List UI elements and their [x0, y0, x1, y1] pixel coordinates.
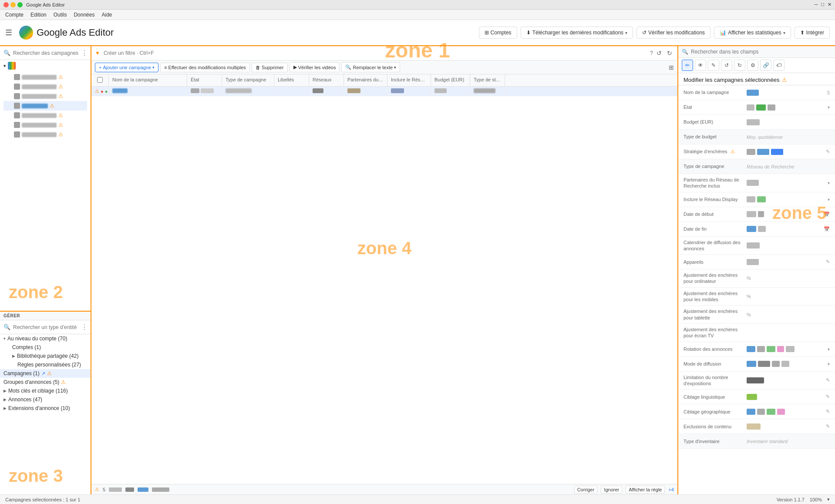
redo-right-button[interactable]: ↻ [734, 60, 745, 71]
statistiques-button[interactable]: 📊 Afficher les statistiques ▾ [714, 27, 791, 39]
th-nom-campagne[interactable]: Nom de la campagne [109, 74, 187, 86]
more-icon-3[interactable]: ⋮ [81, 323, 88, 331]
zoom-dropdown-icon[interactable]: ▾ [827, 497, 830, 502]
mode-chip2 [758, 361, 770, 367]
edit-mode-button[interactable]: ✏ [682, 60, 693, 71]
table-row[interactable]: ⚠ ● ● [91, 87, 677, 96]
minimize-button[interactable] [10, 2, 16, 7]
menu-aide[interactable]: Aide [98, 11, 115, 19]
date-fin-calendar-icon[interactable]: 📅 [824, 226, 830, 232]
modifications-multiples-button[interactable]: ≡ Effectuer des modifications multiples [160, 63, 250, 72]
field-budget: Budget (EUR) [678, 115, 835, 130]
mode-dropdown-icon[interactable]: ▾ [828, 362, 830, 366]
tree-item-5[interactable]: ⚠ [3, 111, 87, 120]
select-all-checkbox[interactable] [97, 77, 103, 83]
filter-bar: ▼ ? ↺ ↻ [91, 46, 677, 60]
entity-account-level[interactable]: ▾ Au niveau du compte (70) [0, 334, 91, 343]
menu-donnees[interactable]: Données [70, 11, 98, 19]
logo-icon [19, 26, 33, 40]
entity-comptes[interactable]: Comptes (1) [0, 343, 91, 352]
tree-item-1[interactable]: ⚠ [3, 72, 87, 82]
tree-item-3[interactable]: ⚠ [3, 91, 87, 101]
title-window-buttons[interactable]: ─ □ ✕ [815, 2, 832, 7]
zone3-search-input[interactable] [13, 324, 78, 330]
th-libelles[interactable]: Libellés [274, 74, 309, 86]
view-mode-button[interactable]: 👁 [695, 60, 706, 71]
tree-item-4[interactable]: ⚠ [3, 101, 87, 111]
verifier-button[interactable]: ↺ Vérifier les modifications [636, 27, 710, 39]
help-icon[interactable]: ? [650, 50, 653, 56]
rotation-dropdown-icon[interactable]: ▾ [828, 347, 830, 352]
strategie-warning-icon: ⚠ [731, 149, 735, 154]
th-reseaux[interactable]: Réseaux [309, 74, 344, 86]
tree-item-7[interactable]: ⚠ [3, 130, 87, 139]
more-actions-button[interactable]: +4 [668, 487, 674, 492]
edit-pencil-button[interactable]: ✎ [708, 60, 719, 71]
menu-edition[interactable]: Edition [27, 11, 50, 19]
date-debut-calendar-icon[interactable]: 📅 [824, 212, 830, 217]
afficher-regle-button[interactable]: Afficher la règle [626, 486, 665, 494]
menu-compte[interactable]: Compte [2, 11, 27, 19]
menu-outils[interactable]: Outils [50, 11, 71, 19]
th-type-st[interactable]: Type de st... [470, 74, 505, 86]
status-right: Version 1.1.7 100% ▾ [777, 497, 830, 502]
integrer-button[interactable]: ⬆ Intégrer [795, 27, 830, 39]
etat-dropdown-icon[interactable]: ▾ [828, 105, 830, 110]
entity-groupes[interactable]: Groupes d'annonces (5) ⚠ [0, 378, 91, 386]
more-icon[interactable]: ⋮ [81, 49, 88, 57]
tree-item-label-2 [22, 84, 57, 89]
tree-item-2[interactable]: ⚠ [3, 82, 87, 91]
redo-button[interactable]: ↻ [665, 49, 674, 57]
th-budget[interactable]: Budget (EUR) [431, 74, 470, 86]
th-etat[interactable]: État [187, 74, 222, 86]
ignorer-button[interactable]: Ignorer [601, 486, 622, 494]
limitation-edit-icon[interactable]: ✎ [826, 377, 830, 383]
exclusions-edit-icon[interactable]: ✎ [826, 423, 830, 429]
account-icon-5 [14, 112, 20, 118]
window-controls[interactable] [3, 2, 23, 7]
type-chip [226, 88, 252, 93]
undo-button[interactable]: ↺ [655, 49, 663, 57]
etat-chip2 [201, 88, 214, 93]
inclure-dropdown-icon[interactable]: ▾ [828, 197, 830, 202]
tree-item-6[interactable]: ⚠ [3, 120, 87, 130]
supprimer-button[interactable]: 🗑 Supprimer [252, 63, 288, 72]
corriger-button[interactable]: Corriger [574, 486, 598, 494]
title-bar: Google Ads Editor ─ □ ✕ [0, 0, 835, 10]
entity-campagnes[interactable]: Campagnes (1) ↗ ⚠ [0, 369, 91, 378]
partenaires-dropdown-icon[interactable]: ▾ [828, 181, 830, 185]
external-link-icon[interactable]: ↗ [41, 371, 45, 376]
ajouter-campagne-button[interactable]: + Ajouter une campagne ▾ [95, 63, 158, 72]
settings-icon-button[interactable]: ⚙ [747, 60, 758, 71]
entity-bibliotheque[interactable]: ▶ Bibliothèque partagée (42) [0, 352, 91, 360]
close-button[interactable] [3, 2, 9, 7]
maximize-button[interactable] [17, 2, 23, 7]
zone2-search-input[interactable] [13, 50, 78, 56]
entity-extensions[interactable]: ▶ Extensions d'annonce (10) [0, 404, 91, 413]
ciblage-geo-edit-icon[interactable]: ✎ [826, 409, 830, 414]
table-header: Nom de la campagne État Type de campagne… [91, 74, 677, 87]
entity-mots-cles[interactable]: ▶ Mots clés et ciblage (116) [0, 386, 91, 395]
tree-root[interactable]: ▾ [0, 60, 91, 71]
field-ajust-tablette: Ajustement des enchères pour tablette % [678, 306, 835, 324]
verifier-videos-button[interactable]: ▶ Vérifier les vidéos [290, 62, 340, 72]
entity-regles[interactable]: Règles personnalisées (27) [0, 360, 91, 369]
link-icon-button[interactable]: 🔗 [760, 60, 771, 71]
ciblage-ling-edit-icon[interactable]: ✎ [826, 394, 830, 400]
td-checkbox[interactable]: ⚠ ● ● [91, 87, 109, 96]
strategie-edit-icon[interactable]: ✎ [826, 149, 830, 155]
th-type-campagne[interactable]: Type de campagne [222, 74, 274, 86]
tag-icon-button[interactable]: 🏷 [773, 60, 784, 71]
filter-input[interactable] [104, 50, 646, 56]
appareils-edit-icon[interactable]: ✎ [826, 259, 830, 265]
telecharger-button[interactable]: ⬇ Télécharger les dernières modification… [521, 27, 633, 39]
th-inclure[interactable]: Inclure le Réseau... [387, 74, 431, 86]
grid-options-icon[interactable]: ⊞ [669, 64, 674, 71]
th-partenaires[interactable]: Partenaires du ... [344, 74, 387, 86]
remplacer-texte-button[interactable]: 🔍 Remplacer le texte ▾ [341, 62, 400, 72]
comptes-button[interactable]: ⊞ Comptes [479, 27, 517, 39]
undo-right-button[interactable]: ↺ [721, 60, 732, 71]
right-search-input[interactable] [691, 49, 832, 55]
hamburger-icon[interactable]: ☰ [5, 28, 12, 37]
entity-annonces[interactable]: ▶ Annonces (47) [0, 395, 91, 404]
